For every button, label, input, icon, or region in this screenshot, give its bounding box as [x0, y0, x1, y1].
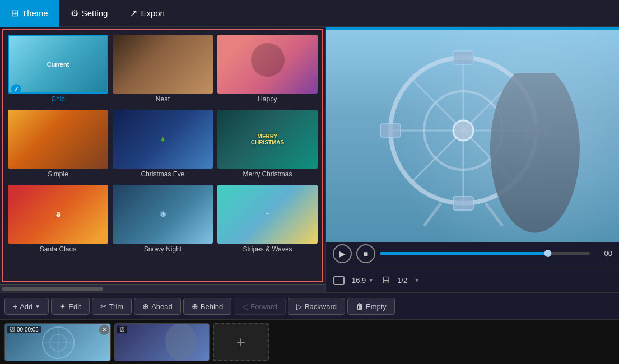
empty-icon: 🗑 [356, 302, 364, 311]
behind-icon: ⊕ [192, 302, 198, 311]
svg-line-11 [424, 203, 441, 226]
theme-label-chic: Chic [8, 95, 108, 103]
theme-item-simple[interactable]: Simple [6, 108, 110, 183]
progress-bar[interactable] [380, 252, 590, 255]
theme-item-christmas-eve[interactable]: 🎄 Christmas Eve [110, 108, 215, 183]
backward-icon: ▷ [296, 302, 302, 311]
add-label: Add [20, 302, 32, 311]
backward-label: Backward [305, 302, 337, 311]
edit-icon: ✦ [59, 302, 66, 311]
theme-item-chic[interactable]: Current ✓ Chic [6, 32, 110, 108]
tab-export[interactable]: ↗ Export [119, 0, 176, 27]
edit-label: Edit [68, 302, 81, 311]
svg-rect-15 [333, 281, 334, 282]
theme-label-simple: Simple [8, 170, 108, 178]
clip2-person [164, 324, 198, 361]
current-label: Current [47, 61, 69, 68]
main-area: Current ✓ Chic Neat [0, 27, 619, 292]
check-icon-chic: ✓ [11, 84, 21, 94]
ahead-label: Ahead [151, 302, 173, 311]
theme-thumb-simple [8, 110, 108, 169]
ratio-arrow-icon: ▼ [368, 277, 374, 283]
transport-controls: ▶ ■ 00 [326, 239, 619, 268]
preview-area [326, 27, 619, 239]
progress-fill [380, 252, 548, 255]
backward-button[interactable]: ▷ Backward [288, 298, 345, 315]
theme-thumb-chic: Current [8, 35, 108, 94]
theme-item-happy[interactable]: Happy [215, 32, 320, 108]
ratio-controls: 16:9 ▼ 🖥 1/2 ▼ [326, 268, 619, 292]
theme-item-santa-claus[interactable]: 🎅 Santa Claus [6, 183, 110, 258]
theme-grid-container: Current ✓ Chic Neat [2, 29, 323, 282]
stop-button[interactable]: ■ [356, 244, 375, 263]
ratio-value: 16:9 [352, 276, 366, 284]
behind-button[interactable]: ⊕ Behind [183, 298, 231, 315]
progress-thumb [544, 250, 552, 257]
theme-thumb-santaclaus: 🎅 [8, 185, 108, 244]
empty-button[interactable]: 🗑 Empty [347, 298, 395, 315]
bottom-toolbar: + Add ▼ ✦ Edit ✂ Trim ⊕ Ahead ⊕ Behind ◁… [0, 292, 619, 319]
time-display: 00 [594, 249, 612, 258]
scroll-strip[interactable] [0, 284, 325, 292]
theme-thumb-stripeswaves: ~ [217, 185, 318, 244]
theme-label-happy: Happy [217, 95, 318, 103]
forward-icon: ◁ [242, 302, 248, 311]
svg-rect-14 [333, 278, 334, 279]
forward-button[interactable]: ◁ Forward [234, 298, 286, 315]
ahead-icon: ⊕ [142, 302, 149, 311]
tab-theme[interactable]: ⊞ Theme [0, 0, 59, 27]
theme-item-stripes-waves[interactable]: ~ Stripes & Waves [215, 183, 320, 258]
edit-button[interactable]: ✦ Edit [51, 298, 89, 315]
add-clip-icon: + [236, 333, 245, 351]
left-panel: Current ✓ Chic Neat [0, 27, 326, 292]
page-display: 1/2 [397, 276, 407, 284]
preview-bg [326, 30, 619, 242]
clip1-overlay [5, 324, 111, 361]
ratio-selector[interactable]: 16:9 ▼ [352, 276, 374, 284]
theme-label-christmas-eve: Christmas Eve [113, 170, 213, 178]
behind-label: Behind [201, 302, 223, 311]
right-panel: ▶ ■ 00 16:9 ▼ 🖥 1/2 ▼ [326, 27, 619, 292]
theme-thumb-neat [113, 35, 213, 94]
svg-rect-9 [380, 124, 401, 137]
page-arrow[interactable]: ▼ [414, 277, 420, 283]
theme-item-merry-christmas[interactable]: MERRYCHRISTMAS Merry Christmas [215, 108, 320, 183]
svg-rect-8 [453, 197, 473, 210]
svg-line-12 [486, 203, 502, 226]
theme-item-snowy-night[interactable]: ❄️ Snowy Night [110, 183, 215, 258]
page-arrow-icon: ▼ [414, 277, 420, 283]
svg-rect-16 [343, 278, 345, 279]
play-button[interactable]: ▶ [333, 244, 352, 263]
top-nav: ⊞ Theme ⚙ Setting ↗ Export [0, 0, 619, 27]
theme-thumb-happy [217, 35, 318, 94]
svg-rect-13 [334, 277, 344, 284]
theme-label-snowy-night: Snowy Night [113, 245, 213, 253]
theme-thumb-xmaseve: 🎄 [113, 110, 213, 169]
tab-setting-label: Setting [82, 8, 108, 18]
tab-export-label: Export [141, 8, 165, 18]
trim-label: Trim [109, 302, 124, 311]
clip2-time: 🖼 [117, 326, 127, 333]
svg-rect-7 [453, 51, 473, 64]
add-icon: + [13, 302, 17, 311]
timeline-clip-1[interactable]: 🖼 00:00:05 ✕ [4, 323, 111, 361]
tab-theme-label: Theme [22, 8, 48, 18]
trim-icon: ✂ [100, 302, 107, 311]
tab-setting[interactable]: ⚙ Setting [59, 0, 119, 27]
timeline-clip-2[interactable]: 🖼 [114, 323, 210, 361]
empty-label: Empty [366, 302, 387, 311]
scroll-thumb[interactable] [2, 287, 103, 291]
add-clip-button[interactable]: + [213, 323, 269, 361]
theme-grid: Current ✓ Chic Neat [6, 32, 320, 258]
theme-label-santa-claus: Santa Claus [8, 245, 108, 253]
export-icon: ↗ [130, 8, 137, 18]
svg-rect-17 [343, 281, 345, 282]
timeline-strip: 🖼 00:00:05 ✕ 🖼 + [0, 319, 619, 364]
add-button[interactable]: + Add ▼ [4, 298, 49, 315]
theme-icon: ⊞ [11, 8, 18, 18]
theme-thumb-snowynight: ❄️ [113, 185, 213, 244]
trim-button[interactable]: ✂ Trim [92, 298, 132, 315]
ahead-button[interactable]: ⊕ Ahead [134, 298, 181, 315]
theme-item-neat[interactable]: Neat [110, 32, 215, 108]
theme-label-merry-christmas: Merry Christmas [217, 170, 318, 178]
